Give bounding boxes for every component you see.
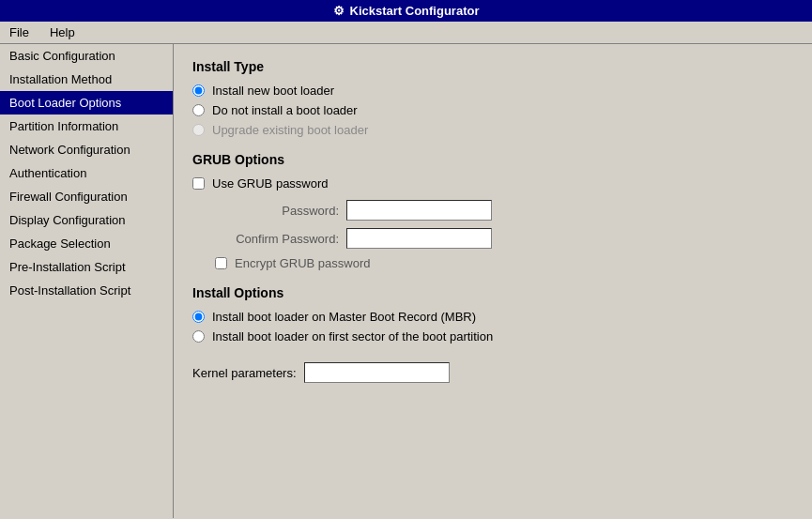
sidebar-item-package-selection[interactable]: Package Selection — [0, 232, 173, 255]
menu-help[interactable]: Help — [44, 23, 81, 41]
sidebar-item-post-install-script[interactable]: Post-Installation Script — [0, 279, 173, 302]
encrypt-grub-label: Encrypt GRUB password — [235, 256, 371, 270]
radio-new-boot-loader[interactable]: Install new boot loader — [192, 84, 793, 98]
app-title: Kickstart Configurator — [350, 4, 480, 18]
encrypt-grub-row[interactable]: Encrypt GRUB password — [215, 256, 793, 270]
radio-mbr-label: Install boot loader on Master Boot Recor… — [212, 310, 476, 324]
sidebar: Basic ConfigurationInstallation MethodBo… — [0, 44, 174, 518]
confirm-password-label: Confirm Password: — [215, 232, 346, 246]
grub-options-section: GRUB Options Use GRUB password Password:… — [192, 152, 793, 270]
use-grub-password-label: Use GRUB password — [212, 176, 329, 191]
menu-file[interactable]: File — [4, 23, 35, 41]
radio-partition[interactable]: Install boot loader on first sector of t… — [192, 329, 793, 343]
radio-upgrade-input — [192, 124, 205, 136]
use-grub-password-option[interactable]: Use GRUB password — [192, 176, 793, 191]
sidebar-item-display-config[interactable]: Display Configuration — [0, 208, 173, 232]
encrypt-grub-checkbox[interactable] — [215, 257, 227, 269]
install-options-title: Install Options — [192, 285, 793, 300]
title-bar: ⚙ Kickstart Configurator — [0, 0, 812, 22]
sidebar-item-pre-install-script[interactable]: Pre-Installation Script — [0, 255, 173, 279]
radio-partition-input[interactable] — [192, 330, 205, 343]
radio-no-boot-loader[interactable]: Do not install a boot loader — [192, 103, 793, 117]
sidebar-item-network-config[interactable]: Network Configuration — [0, 138, 173, 161]
radio-none-label: Do not install a boot loader — [212, 103, 358, 117]
password-input[interactable] — [346, 200, 492, 221]
password-row: Password: — [215, 200, 793, 221]
install-type-section: Install Type Install new boot loader Do … — [192, 59, 793, 137]
sidebar-item-basic-config[interactable]: Basic Configuration — [0, 44, 173, 68]
sidebar-item-boot-loader-options[interactable]: Boot Loader Options — [0, 91, 173, 114]
use-grub-password-checkbox[interactable] — [192, 177, 205, 190]
radio-new-label: Install new boot loader — [212, 84, 334, 98]
sidebar-item-partition-info[interactable]: Partition Information — [0, 114, 173, 138]
sidebar-item-firewall-config[interactable]: Firewall Configuration — [0, 185, 173, 208]
menu-bar: File Help — [0, 22, 812, 44]
app-icon: ⚙ — [333, 4, 345, 18]
install-options-section: Install Options Install boot loader on M… — [192, 285, 793, 343]
confirm-password-input[interactable] — [346, 228, 492, 249]
kernel-parameters-label: Kernel parameters: — [192, 366, 297, 380]
radio-upgrade-label: Upgrade existing boot loader — [212, 123, 368, 137]
radio-new-input[interactable] — [192, 84, 205, 97]
grub-options-title: GRUB Options — [192, 152, 793, 167]
radio-mbr-input[interactable] — [192, 311, 205, 323]
main-content: Install Type Install new boot loader Do … — [174, 44, 812, 518]
radio-mbr[interactable]: Install boot loader on Master Boot Recor… — [192, 310, 793, 324]
kernel-parameters-row: Kernel parameters: — [192, 362, 793, 383]
radio-upgrade-boot-loader: Upgrade existing boot loader — [192, 123, 793, 137]
password-label: Password: — [215, 204, 346, 218]
confirm-password-row: Confirm Password: — [215, 228, 793, 249]
radio-none-input[interactable] — [192, 104, 205, 116]
radio-partition-label: Install boot loader on first sector of t… — [212, 329, 493, 343]
sidebar-item-installation-method[interactable]: Installation Method — [0, 68, 173, 91]
kernel-parameters-input[interactable] — [304, 362, 450, 383]
sidebar-item-authentication[interactable]: Authentication — [0, 161, 173, 185]
install-type-title: Install Type — [192, 59, 793, 74]
